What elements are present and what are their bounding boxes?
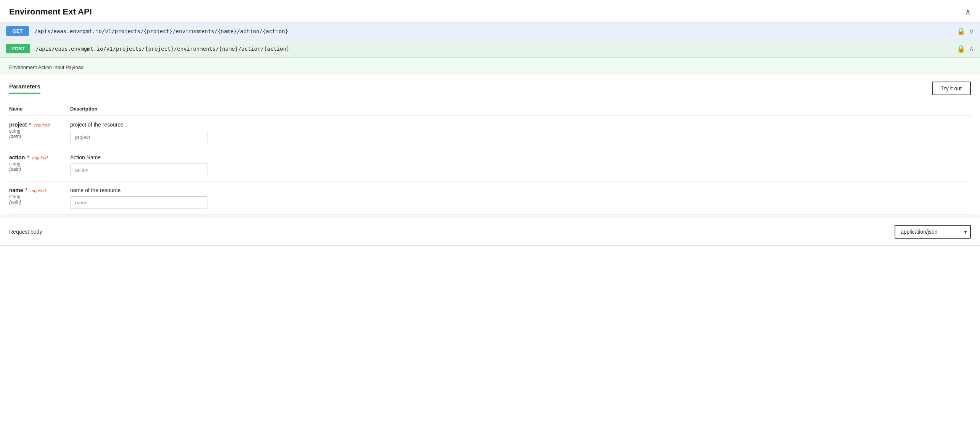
content-type-wrapper: application/json xyxy=(895,225,971,239)
get-method-badge: GET xyxy=(6,26,29,36)
post-endpoint-path: /apis/eaas.envmgmt.io/v1/projects/{proje… xyxy=(35,46,951,52)
table-row: project * required string (path) project… xyxy=(9,116,971,149)
get-endpoint-row: GET /apis/eaas.envmgmt.io/v1/projects/{p… xyxy=(0,22,980,40)
param-input[interactable] xyxy=(70,164,207,176)
get-row-icons: 🔒 ∨ xyxy=(957,27,974,35)
param-type: string xyxy=(9,161,70,167)
lock-icon: 🔒 xyxy=(957,27,965,35)
try-it-out-button[interactable]: Try it out xyxy=(932,82,971,95)
description-column-header: Description xyxy=(70,102,971,116)
param-location: (path) xyxy=(9,167,70,172)
chevron-down-icon[interactable]: ∨ xyxy=(969,27,974,35)
param-name: name xyxy=(9,187,23,193)
param-name: action xyxy=(9,154,25,160)
post-endpoint-row: POST /apis/eaas.envmgmt.io/v1/projects/{… xyxy=(0,40,980,58)
required-star: * xyxy=(29,122,31,128)
request-body-label: Request body xyxy=(9,229,42,235)
page-header: Environment Ext API ∧ xyxy=(0,0,980,22)
param-desc-cell: Action Name xyxy=(70,149,971,182)
param-name-cell: name * required string (path) xyxy=(9,182,70,215)
main-container: Environment Ext API ∧ GET /apis/eaas.env… xyxy=(0,0,980,246)
parameters-section: Parameters Try it out Name Description p… xyxy=(0,75,980,215)
payload-label: Environment Action Input Payload xyxy=(0,58,980,75)
required-star: * xyxy=(25,187,27,193)
param-input[interactable] xyxy=(70,196,207,209)
content-type-select[interactable]: application/json xyxy=(895,225,971,239)
param-name-cell: action * required string (path) xyxy=(9,149,70,182)
table-row: action * required string (path) Action N… xyxy=(9,149,971,182)
required-label: required xyxy=(31,188,46,193)
get-endpoint-path: /apis/eaas.envmgmt.io/v1/projects/{proje… xyxy=(34,28,951,34)
param-name-cell: project * required string (path) xyxy=(9,116,70,149)
required-label: required xyxy=(34,123,50,127)
lock-icon: 🔒 xyxy=(957,45,965,53)
chevron-up-icon[interactable]: ∧ xyxy=(969,45,974,53)
name-column-header: Name xyxy=(9,102,70,116)
param-location: (path) xyxy=(9,199,70,205)
required-star: * xyxy=(27,154,29,160)
param-type: string xyxy=(9,194,70,199)
table-row: name * required string (path) name of th… xyxy=(9,182,971,215)
param-desc-cell: name of the resource xyxy=(70,182,971,215)
param-type: string xyxy=(9,128,70,134)
param-input[interactable] xyxy=(70,131,207,143)
parameters-table: Name Description project * required stri… xyxy=(9,102,971,215)
parameters-header: Parameters Try it out xyxy=(9,75,971,95)
param-location: (path) xyxy=(9,134,70,139)
post-method-badge: POST xyxy=(6,44,30,53)
param-desc-cell: project of the resource xyxy=(70,116,971,149)
page-title: Environment Ext API xyxy=(9,7,92,17)
collapse-icon[interactable]: ∧ xyxy=(965,7,971,16)
param-description: project of the resource xyxy=(70,122,971,128)
post-row-icons: 🔒 ∧ xyxy=(957,45,974,53)
required-label: required xyxy=(32,156,47,160)
param-description: name of the resource xyxy=(70,187,971,193)
param-description: Action Name xyxy=(70,154,971,160)
post-expanded-section: Environment Action Input Payload Paramet… xyxy=(0,58,980,246)
parameters-tab[interactable]: Parameters xyxy=(9,83,40,94)
request-body-section: Request body application/json xyxy=(0,218,980,245)
param-name: project xyxy=(9,122,27,128)
